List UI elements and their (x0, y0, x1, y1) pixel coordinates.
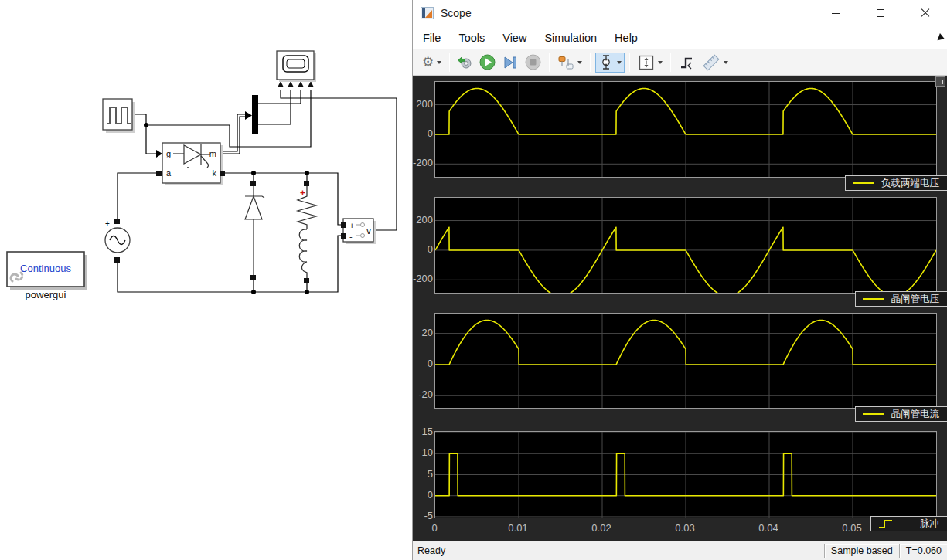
toolbar-separator (670, 53, 671, 72)
scope-window: Scope File Tools View Simulation Help ⚙ (412, 0, 947, 560)
legend-label: 脉冲 (920, 518, 939, 531)
y-tick-label: 200 (413, 98, 433, 110)
port-label-k: k (213, 168, 217, 178)
scale-y-axis-icon (598, 54, 614, 70)
wire-bus-line1 (220, 114, 245, 151)
trigger-icon (679, 55, 696, 70)
legend-pulse[interactable]: 脉冲 (870, 516, 947, 531)
ruler-icon (702, 54, 720, 71)
wire-bus-line2 (220, 117, 245, 154)
y-tick-label: -5 (413, 510, 433, 521)
y-tick-label: 200 (413, 214, 433, 226)
fit-to-view-button[interactable] (635, 53, 666, 73)
screen: g a m k (0, 0, 947, 560)
status-time: T=0.060 (899, 544, 947, 558)
thyristor-dot (187, 167, 189, 168)
highlight-model-icon (458, 55, 473, 70)
menu-tools[interactable]: Tools (458, 32, 485, 44)
wire-demux1-to-scope3 (258, 90, 301, 104)
pulse-generator-block[interactable] (103, 99, 135, 133)
titlebar[interactable]: Scope (413, 0, 947, 26)
rl-branch-block[interactable]: + (298, 181, 316, 283)
settings-button[interactable]: ⚙ (419, 53, 445, 73)
legend-step-sample (878, 518, 894, 529)
legend-thyristor-current[interactable]: 晶闸管电流 (855, 406, 947, 422)
x-tick-label: 0.02 (591, 522, 611, 534)
step-forward-icon (502, 55, 519, 70)
menu-file[interactable]: File (423, 32, 441, 44)
y-tick-label: -200 (413, 157, 433, 168)
wire-ac-to-anode (118, 173, 156, 219)
signal-config-button[interactable] (554, 53, 585, 73)
legend-thyristor-voltage[interactable]: 晶闸管电压 (855, 291, 947, 307)
maximize-axes-icon[interactable] (935, 76, 945, 87)
y-tick-label: 0 (413, 489, 433, 501)
menu-overflow-arrow[interactable] (938, 33, 946, 42)
highlight-model-button[interactable] (455, 53, 476, 73)
minimize-button[interactable] (813, 0, 858, 26)
toolbar-separator (590, 53, 591, 72)
statusbar: Ready Sample based T=0.060 (413, 541, 947, 560)
run-button[interactable] (476, 53, 499, 73)
plot-pulse[interactable] (434, 431, 937, 518)
trigger-button[interactable] (676, 53, 699, 73)
chevron-down-icon (724, 61, 728, 64)
powergui-block[interactable]: Continuous powergui (7, 252, 87, 300)
plot-thyristor-voltage[interactable] (434, 197, 937, 294)
diode-block[interactable] (245, 181, 264, 280)
rl-port-top-square (304, 181, 309, 186)
status-text: Ready (413, 545, 824, 556)
close-button[interactable] (903, 0, 947, 26)
scale-y-axis-button[interactable] (595, 53, 625, 73)
y-tick-label: 0 (413, 358, 433, 369)
port-a-square (156, 171, 162, 176)
powergui-mode-text: Continuous (20, 263, 71, 274)
voltage-measurement-block[interactable]: + - v (341, 219, 376, 244)
x-tick-label: 0.04 (758, 522, 778, 534)
port-label-g: g (166, 149, 171, 158)
measurements-button[interactable] (699, 53, 731, 73)
vm-port-plus-square (341, 222, 346, 228)
gate-arrowhead (156, 150, 162, 158)
thyristor-block[interactable]: g a m k (162, 143, 223, 185)
y-tick-label: -20 (413, 389, 433, 400)
maximize-button[interactable] (858, 0, 903, 26)
menu-help[interactable]: Help (615, 32, 638, 44)
stop-button[interactable] (522, 53, 544, 73)
scope-block[interactable] (277, 51, 316, 82)
y-tick-label: 0 (413, 243, 433, 255)
diode-symbol (245, 186, 264, 275)
wire-pulse-to-gate (134, 114, 156, 154)
x-tick-label: 0.03 (675, 522, 694, 534)
step-forward-button[interactable] (499, 53, 522, 73)
chevron-down-icon (437, 61, 441, 64)
diode-port-top-square (250, 181, 256, 186)
status-mode: Sample based (824, 544, 899, 558)
ac-source-block[interactable]: + (105, 219, 130, 263)
demux-in-arrowhead (245, 111, 252, 120)
scope-input-arrows (278, 81, 314, 87)
y-tick-label: 10 (413, 446, 433, 458)
plot-thyristor-current[interactable] (434, 313, 937, 409)
minimize-icon (832, 13, 840, 14)
demux-block[interactable] (252, 95, 258, 134)
legend-line-sample (863, 413, 884, 415)
menu-view[interactable]: View (502, 32, 526, 44)
plot-load-voltage[interactable] (434, 81, 937, 178)
chevron-down-icon (617, 61, 622, 64)
model-diagram: g a m k (0, 0, 412, 560)
toolbar-separator (549, 53, 550, 72)
legend-load-voltage[interactable]: 负载两端电压 (845, 175, 947, 191)
run-icon (479, 54, 496, 70)
plot-svg (435, 314, 936, 408)
ac-port-minus-square (114, 257, 120, 263)
plot-svg (435, 82, 936, 177)
gridlines (435, 432, 936, 518)
plot-svg (435, 432, 936, 518)
menu-simulation[interactable]: Simulation (544, 32, 597, 44)
gear-icon: ⚙ (422, 56, 434, 69)
toolbar-separator (449, 53, 450, 72)
simulink-canvas[interactable]: g a m k (0, 0, 412, 560)
y-tick-label: 0 (413, 127, 433, 139)
vm-port-minus-square (341, 233, 346, 239)
